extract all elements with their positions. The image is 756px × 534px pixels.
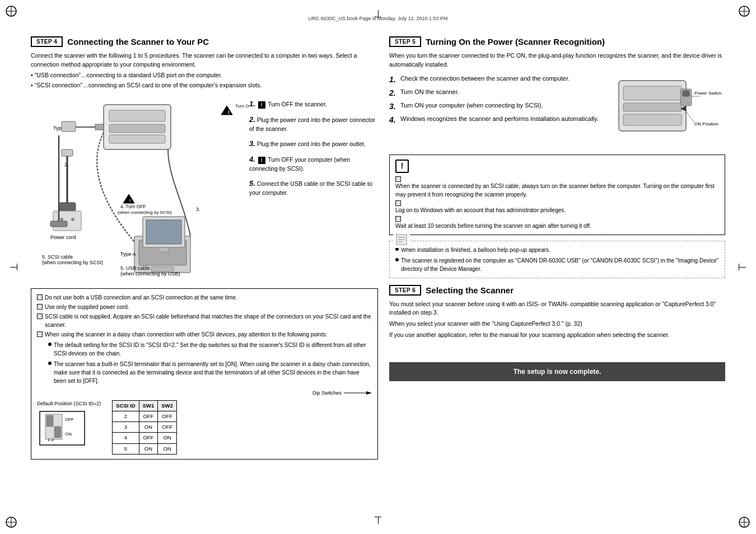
svg-text:(when connecting by SCSI): (when connecting by SCSI) [118,210,172,215]
dip-table-header: SCSI ID SW1 SW2 [113,400,177,411]
right-column: STEP 5 Turning On the Power (Scanner Rec… [389,36,725,512]
svg-text:3.: 3. [196,207,200,212]
step4-step4: 4. ! Turn OFF your computer (when connec… [249,154,378,173]
dip-visual-wrapper: Default Position (SCSI ID=2) 1 2 [37,400,101,451]
bottom-center-mark [375,517,381,524]
corner-tr-mark [738,4,752,18]
dip-row-3: 4 OFF ON [113,433,177,443]
svg-marker-51 [366,391,372,395]
svg-text:1  2: 1 2 [48,437,54,442]
note-icon-svg [395,233,408,246]
dip-sw1-on2: ON [139,422,158,433]
caution-cb3: □ [395,216,401,222]
caution-row2: □ Log on to Windows with an account that… [395,200,719,214]
step6-content: You must select your scanner before usin… [389,300,725,340]
step6-para3: If you use another application, refer to… [389,331,725,340]
step4-badge: STEP 4 [31,36,63,47]
dip-row-2: 3 ON OFF [113,422,177,433]
dip-id-2: 2 [113,411,139,421]
svg-line-68 [686,111,694,123]
svg-rect-19 [62,121,76,132]
checkbox-2: □ [37,304,43,310]
page: URC-6030C_US.book Page iii Monday, July … [0,0,756,534]
corner-bl-mark [4,516,18,530]
warn-row4: □ When using the scanner in a daisy chai… [37,330,372,339]
dip-sw1-off1: OFF [139,411,158,421]
step4-step3: 3. Plug the power cord into the power ou… [249,139,378,149]
dip-switch-svg: 1 2 OFF ON [37,409,87,448]
left-column: STEP 4 Connecting the Scanner to Your PC… [31,36,378,512]
caution-icon: ! [395,160,409,173]
setup-complete-box: The setup is now complete. [389,362,725,381]
step5-steps-list: 1. Check the connection between the scan… [389,75,608,149]
dip-row-1: 2 OFF OFF [113,411,177,421]
dip-row-4: 5 ON ON [113,443,177,454]
warn-bullet-section: The default setting for the SCSI ID is "… [48,341,372,385]
step5-header: STEP 5 Turning On the Power (Scanner Rec… [389,36,725,47]
dip-id-5: 5 [113,443,139,454]
svg-rect-55 [54,427,61,438]
step4-intro1: Connect the scanner with the following 1… [31,51,378,69]
step4-step2: 2. Plug the power cord into the power co… [249,115,378,133]
step5-badge: STEP 5 [389,36,421,47]
dip-area: Dip Switches Default Position (SCSI ID=2… [37,390,372,455]
svg-text:5. SCSI cable: 5. SCSI cable [42,254,73,260]
svg-text:4. Turn OFF: 4. Turn OFF [120,204,146,209]
svg-text:Power cord: Power cord [50,235,76,240]
step4-intro2: • "USB connection"…connecting to a stand… [31,71,378,80]
note-icon-wrapper [393,233,410,248]
caution-row1: □ When the scanner is connected by an SC… [395,176,719,199]
dip-label-row: Dip Switches [37,390,372,397]
svg-text:(when connecting by SCSI): (when connecting by SCSI) [42,260,103,265]
svg-text:Type A: Type A [120,251,136,257]
step6-title: Selecting the Scanner [426,285,514,295]
dip-sw2-on4: ON [158,443,177,454]
checkbox-1: □ [37,294,43,300]
svg-rect-35 [50,221,67,227]
svg-rect-60 [623,86,682,100]
step5-note-box: When installation is finished, a balloon… [389,241,725,278]
dip-col-sw1: SW1 [139,400,158,411]
step5-step1: 1. Check the connection between the scan… [389,75,608,84]
svg-rect-20 [62,149,73,156]
step4-warning-box: □ Do not use both a USB connection and a… [31,288,378,460]
step5-step2: 2. Turn ON the scanner. [389,88,608,97]
dip-default-label: Default Position (SCSI ID=2) [37,400,101,408]
note-row2: The scanner is registered on the compute… [395,256,719,273]
dip-arrow [344,390,372,396]
step5-intro: When you turn the scanner connected to t… [389,51,725,69]
checkbox-3: □ [37,313,43,319]
step4-intro: Connect the scanner with the following 1… [31,51,378,90]
svg-point-30 [71,218,74,221]
dip-sw1-off3: OFF [139,433,158,443]
step4-steps-list: 1. ! Turn OFF the scanner. 2. Plug the p… [249,99,378,203]
svg-rect-54 [46,415,53,427]
right-center-mark [739,264,746,270]
svg-text:ON: ON [65,432,72,437]
step6-badge: STEP 6 [389,285,421,296]
bullet-1 [48,343,52,346]
svg-marker-45 [123,194,134,203]
dip-table-wrapper: Default Position (SCSI ID=2) 1 2 [37,400,372,455]
svg-marker-23 [221,106,232,115]
svg-rect-40 [146,220,181,244]
dip-col-sw2: SW2 [158,400,177,411]
svg-rect-41 [158,247,169,252]
svg-rect-13 [109,110,165,121]
svg-text:5. USB cable: 5. USB cable [120,265,150,271]
svg-text:Power Switch: Power Switch [694,91,721,96]
bullet-2 [48,362,52,365]
corner-tl-mark [4,4,18,18]
step5-caution-box: ! □ When the scanner is connected by an … [389,154,725,235]
step5-scanner-svg: Power Switch ON Position [613,75,725,148]
step5-scanner-diagram: Power Switch ON Position [613,75,725,149]
step6-header: STEP 6 Selecting the Scanner [389,285,725,296]
warning-icon-4: ! [258,157,265,164]
note-row1: When installation is finished, a balloon… [395,246,719,254]
dip-sw2-on3: ON [158,433,177,443]
step4-header: STEP 4 Connecting the Scanner to Your PC [31,36,378,47]
dip-id-4: 4 [113,433,139,443]
dip-table: SCSI ID SW1 SW2 2 OFF OFF 3 [112,400,177,455]
warning-icon-1: ! [258,101,265,109]
left-center-mark [10,264,17,270]
